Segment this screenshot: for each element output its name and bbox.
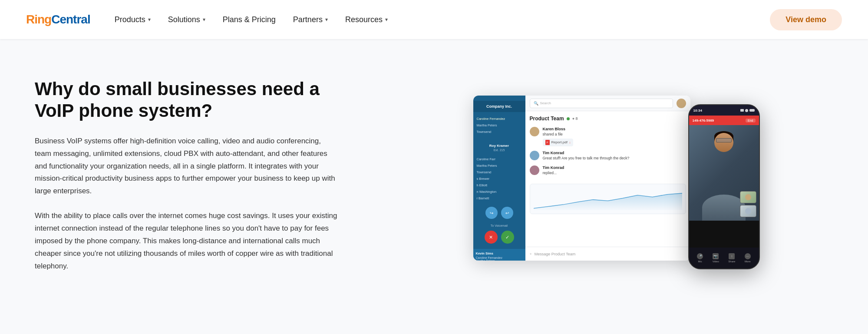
attach-icon[interactable]: + <box>530 252 532 256</box>
battery-icon <box>749 109 755 112</box>
line-chart <box>534 188 682 210</box>
nav-item-products[interactable]: Products ▾ <box>108 11 158 29</box>
channel-content: Product Team ● 8 Karen Bloss shared a fi… <box>525 111 690 247</box>
nav-resources-label: Resources <box>345 15 383 24</box>
nav-solutions-label: Solutions <box>168 15 200 24</box>
app-mockup-area: Company Inc. Caroline Fernandez Martha P… <box>365 65 833 308</box>
nav-item-plans[interactable]: Plans & Pricing <box>216 11 283 29</box>
chevron-down-icon-2: ▾ <box>203 17 205 23</box>
search-icon: 🔍 <box>534 101 538 106</box>
chevron-down-icon-4: ▾ <box>385 17 388 23</box>
phone-mic-control[interactable]: 🎤 Mic <box>697 253 703 263</box>
logo-central: Central <box>51 13 90 26</box>
file-attachment[interactable]: P Report.pdf ↓ <box>543 139 574 146</box>
person-head <box>714 133 733 152</box>
main-nav: Products ▾ Solutions ▾ Plans & Pricing P… <box>108 11 770 29</box>
msg-text-1: shared a file <box>543 132 686 137</box>
thumbnail-video-1 <box>740 191 756 203</box>
wifi-icon <box>745 109 748 112</box>
nav-item-resources[interactable]: Resources ▾ <box>338 11 395 29</box>
company-name: Company Inc. <box>473 101 525 112</box>
chevron-down-icon: ▾ <box>148 17 151 23</box>
contact-item-7[interactable]: s Brewer <box>473 175 525 182</box>
contact-item-8[interactable]: h Elliott <box>473 182 525 188</box>
end-call-button[interactable]: End <box>746 119 755 122</box>
decline-button[interactable]: ✕ <box>485 231 498 244</box>
to-voicemail-label: To Voicemail <box>491 224 508 227</box>
msg-avatar-3 <box>530 165 539 175</box>
video-label: Video <box>713 260 719 263</box>
contact-item-2[interactable]: Martha Peters <box>473 122 525 129</box>
share-icon: ↑ <box>729 253 735 259</box>
view-demo-button[interactable]: View demo <box>770 9 842 30</box>
person-glasses <box>716 138 732 142</box>
highlight-names-2: Martha Peters <box>476 259 523 261</box>
chart-area <box>530 184 686 214</box>
contact-item-1[interactable]: Caroline Fernandez <box>473 116 525 122</box>
nav-item-solutions[interactable]: Solutions ▾ <box>161 11 212 29</box>
search-box[interactable]: 🔍 Search <box>530 99 673 108</box>
logo-ring: Ring <box>26 13 51 26</box>
share-label: Share <box>728 260 735 263</box>
channel-title: Product Team ● 8 <box>530 116 686 122</box>
msg-sender-1: Karen Bloss <box>543 127 686 131</box>
highlighted-contact[interactable]: Kevin Sims Caroline Fernandez Martha Pet… <box>473 249 525 261</box>
thumbnail-video-2 <box>740 205 756 217</box>
paragraph-1: Business VoIP systems offer high-definit… <box>35 135 339 198</box>
contact-item-6[interactable]: Townsend <box>473 169 525 175</box>
contact-name: Roy Kramer <box>489 144 509 148</box>
phone-thumbnails <box>740 191 756 217</box>
app-main-content: 🔍 Search Product Team ● 8 <box>525 96 690 261</box>
glasses-frame <box>716 138 732 142</box>
msg-content-1: Karen Bloss shared a file P Report.pdf ↓ <box>543 127 686 146</box>
answer-icon: ✓ <box>505 235 509 240</box>
phone-bottom-controls: 🎤 Mic 📷 Video ↑ Share <box>689 248 759 268</box>
app-topbar: 🔍 Search <box>525 96 690 111</box>
hang-answer-buttons: ✕ ✓ <box>485 231 514 244</box>
person-shoulders <box>702 195 746 221</box>
msg-content-2: Tim Konrad Great stuff! Are you free to … <box>543 151 686 161</box>
contact-item-9[interactable]: n Washington <box>473 188 525 195</box>
mic-label: Mic <box>698 260 702 263</box>
highlight-contact-name: Kevin Sims <box>476 251 523 255</box>
video-icon: 📷 <box>713 253 719 259</box>
file-name: Report.pdf <box>551 140 568 144</box>
contact-ext: Ext. 215 <box>494 149 505 152</box>
text-content: Why do small businesses need a VoIP phon… <box>35 65 339 285</box>
phone-share-control[interactable]: ↑ Share <box>728 253 735 263</box>
call-action-buttons: ↪ ↩ <box>485 207 513 219</box>
user-avatar[interactable] <box>677 99 686 108</box>
contact-item-4[interactable]: Caroline Farr <box>473 156 525 162</box>
mic-icon: 🎤 <box>697 253 703 259</box>
message-input-area: + Message Product Team <box>525 247 690 261</box>
contact-item-10[interactable]: r Barnett <box>473 195 525 202</box>
logo[interactable]: Ring Central <box>26 13 90 26</box>
contact-item-5[interactable]: Martha Peters <box>473 162 525 169</box>
online-indicator <box>567 117 570 120</box>
answer-button[interactable]: ✓ <box>501 231 514 244</box>
contact-item-3[interactable]: Townsend <box>473 129 525 135</box>
message-row-2: Tim Konrad Great stuff! Are you free to … <box>530 151 686 161</box>
channel-members-count: ● 8 <box>572 116 578 121</box>
forward-icon: ↪ <box>490 211 493 215</box>
phone-video-control[interactable]: 📷 Video <box>713 253 719 263</box>
header-cta: View demo <box>770 9 842 30</box>
msg-avatar-1 <box>530 127 539 136</box>
nav-item-partners[interactable]: Partners ▾ <box>286 11 335 29</box>
msg-content-3: Tim Konrad replied... <box>543 165 686 176</box>
signal-icon <box>740 109 744 112</box>
reply-button[interactable]: ↩ <box>501 207 513 219</box>
phone-mockup: 10:34 149-476-5989 End <box>688 104 760 269</box>
phone-more-control[interactable]: ··· More <box>745 253 751 263</box>
msg-sender-2: Tim Konrad <box>543 151 686 155</box>
desktop-app-window: Company Inc. Caroline Fernandez Martha P… <box>473 96 690 261</box>
message-input[interactable]: Message Product Team <box>535 252 686 256</box>
more-label: More <box>745 260 751 263</box>
message-row-3: Tim Konrad replied... <box>530 165 686 176</box>
nav-partners-label: Partners <box>293 15 323 24</box>
file-ext-label: ↓ <box>569 141 571 144</box>
message-row-1: Karen Bloss shared a file P Report.pdf ↓ <box>530 127 686 146</box>
nav-products-label: Products <box>115 15 145 24</box>
msg-avatar-2 <box>530 151 539 160</box>
forward-button[interactable]: ↪ <box>485 207 498 219</box>
